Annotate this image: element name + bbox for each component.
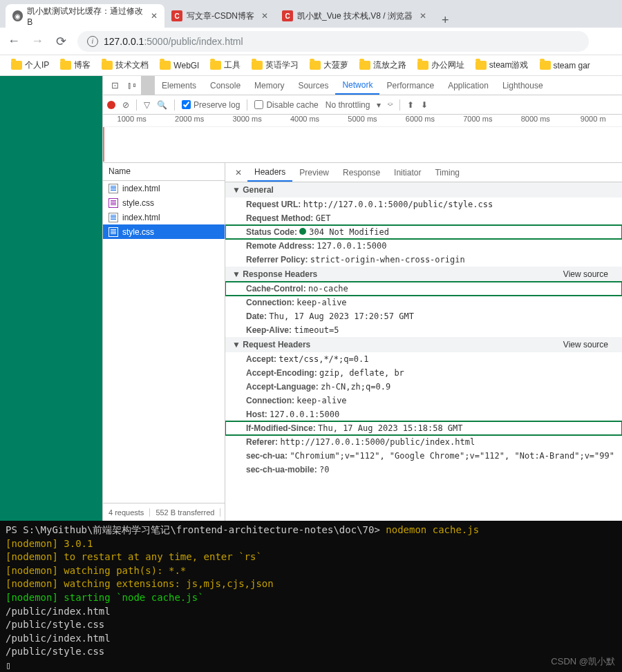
browser-tab[interactable]: C 凯小默_Vue 技术栈,V8 / 浏览器 ✕ [275,4,433,28]
bookmark-item[interactable]: 流放之路 [355,58,411,73]
header-row: Remote Address: 127.0.0.1:5000 [225,239,622,253]
request-row[interactable]: index.html [103,210,225,224]
request-row[interactable]: index.html [103,181,225,195]
close-icon[interactable]: ✕ [420,11,426,21]
tab-headers[interactable]: Headers [247,163,292,182]
header-value: strict-origin-when-cross-origin [310,255,465,265]
chevron-down-icon[interactable]: ▾ [377,100,381,110]
preserve-log-checkbox[interactable]: Preserve log [182,100,240,110]
header-key: Cache-Control: [246,284,306,294]
search-icon[interactable]: 🔍 [157,100,167,110]
bookmark-item[interactable]: 工具 [206,58,245,73]
tab-initiator[interactable]: Initiator [387,163,428,182]
header-row: sec-ch-ua-mobile: ?0 [225,463,622,477]
timeline-marker [103,127,104,162]
terminal[interactable]: PS S:\MyGithub\前端架构学习笔记\frontend-archite… [0,521,622,672]
record-button[interactable] [107,101,115,109]
tab-title: 写文章-CSDN博客 [187,10,254,22]
request-detail: ✕ Headers Preview Response Initiator Tim… [225,163,622,521]
tab-preview[interactable]: Preview [292,163,336,182]
browser-tab[interactable]: C 写文章-CSDN博客 ✕ [164,4,275,28]
name-column-header[interactable]: Name [103,163,225,181]
header-row: Keep-Alive: timeout=5 [225,323,622,337]
request-count: 4 requests [103,508,150,517]
download-icon[interactable]: ⬇ [421,100,428,110]
filter-icon[interactable]: ▽ [144,100,150,110]
clear-button[interactable]: ⊘ [122,100,129,110]
bookmark-item[interactable]: 技术文档 [97,58,153,73]
header-key: Accept-Language: [246,382,319,392]
address-bar[interactable]: i 127.0.0.1:5000/public/index.html [77,31,589,52]
header-key: sec-ch-ua-mobile: [246,465,317,474]
bookmark-item[interactable]: steam gar [536,59,594,72]
header-row: Referer: http://127.0.0.1:5000/public/in… [225,435,622,449]
tab-memory[interactable]: Memory [247,76,291,95]
tab-lighthouse[interactable]: Lighthouse [496,76,550,95]
header-value: Thu, 17 Aug 2023 15:18:58 GMT [318,423,463,433]
forward-button[interactable]: → [30,34,44,48]
request-row[interactable]: style.css [103,195,225,210]
transfer-size: 552 B transferred [150,508,220,517]
bookmark-item[interactable]: steam游戏 [471,58,533,73]
tab-elements[interactable]: Elements [155,76,203,95]
header-value: http://127.0.0.1:5000/public/index.html [280,437,475,447]
header-value: GET [316,213,331,223]
header-row: Accept-Encoding: gzip, deflate, br [225,366,622,380]
tab-application[interactable]: Application [441,76,496,95]
bookmark-item[interactable]: 个人IP [7,58,53,73]
bookmark-item[interactable]: 大菠萝 [305,58,352,73]
request-list: Name index.htmlstyle.cssindex.htmlstyle.… [103,163,225,521]
view-source-link[interactable]: View source [563,340,608,349]
folder-icon [310,61,321,70]
bookmark-item[interactable]: WebGl [156,59,202,72]
bookmark-label: steam游戏 [489,59,529,71]
request-row[interactable]: style.css [103,224,225,239]
header-row: Request Method: GET [225,211,622,225]
throttling-select[interactable]: No throttling [326,100,370,110]
timeline-ticks: 1000 ms2000 ms3000 ms4000 ms5000 ms6000 … [103,115,622,127]
section-header[interactable]: ▼ Request HeadersView source [225,337,622,352]
tab-performance[interactable]: Performance [379,76,441,95]
new-tab-button[interactable]: + [433,13,458,28]
site-info-icon[interactable]: i [87,36,98,47]
header-row: Host: 127.0.0.1:5000 [225,407,622,421]
upload-icon[interactable]: ⬆ [407,100,414,110]
header-row: Status Code: 304 Not Modified [225,225,622,239]
browser-tabstrip: ◉ 凯小默测试对比缓存：通过修改B ✕ C 写文章-CSDN博客 ✕ C 凯小默… [0,0,622,28]
tab-response[interactable]: Response [336,163,387,182]
header-key: Referer: [246,437,278,447]
view-source-link[interactable]: View source [563,269,608,279]
bookmark-item[interactable]: 办公网址 [413,58,469,73]
disable-cache-checkbox[interactable]: Disable cache [254,100,318,110]
tab-timing[interactable]: Timing [428,163,466,182]
header-key: Accept-Encoding: [246,368,317,378]
network-timeline[interactable]: 1000 ms2000 ms3000 ms4000 ms5000 ms6000 … [103,115,622,163]
tab-network[interactable]: Network [335,76,379,95]
folder-icon [475,61,487,70]
bookmark-label: 办公网址 [431,59,464,71]
bookmark-label: 流放之路 [373,59,406,71]
device-toggle-icon[interactable]: ⫿▯ [123,76,141,95]
folder-icon [359,61,370,70]
browser-tab[interactable]: ◉ 凯小默测试对比缓存：通过修改B ✕ [6,4,164,28]
file-icon [109,198,118,208]
reload-button[interactable]: ⟳ [54,34,68,49]
bookmark-item[interactable]: 英语学习 [247,58,303,73]
close-icon[interactable]: ✕ [151,11,158,21]
close-icon[interactable]: ✕ [261,11,268,21]
back-button[interactable]: ← [7,34,21,48]
section-header[interactable]: ▼ General [225,182,622,198]
header-row: Connection: keep-alive [225,394,622,407]
network-lower: Name index.htmlstyle.cssindex.htmlstyle.… [103,163,622,521]
tab-sources[interactable]: Sources [291,76,335,95]
close-icon[interactable]: ✕ [229,163,247,182]
header-key: If-Modified-Since: [246,423,316,433]
header-value: zh-CN,zh;q=0.9 [321,382,390,392]
folder-icon [60,61,71,70]
request-name: style.css [122,198,154,208]
bookmark-item[interactable]: 博客 [56,58,95,73]
wifi-icon[interactable]: ⌔ [388,100,393,110]
inspect-icon[interactable]: ⊡ [107,76,123,95]
section-header[interactable]: ▼ Response HeadersView source [225,267,622,282]
tab-console[interactable]: Console [203,76,247,95]
